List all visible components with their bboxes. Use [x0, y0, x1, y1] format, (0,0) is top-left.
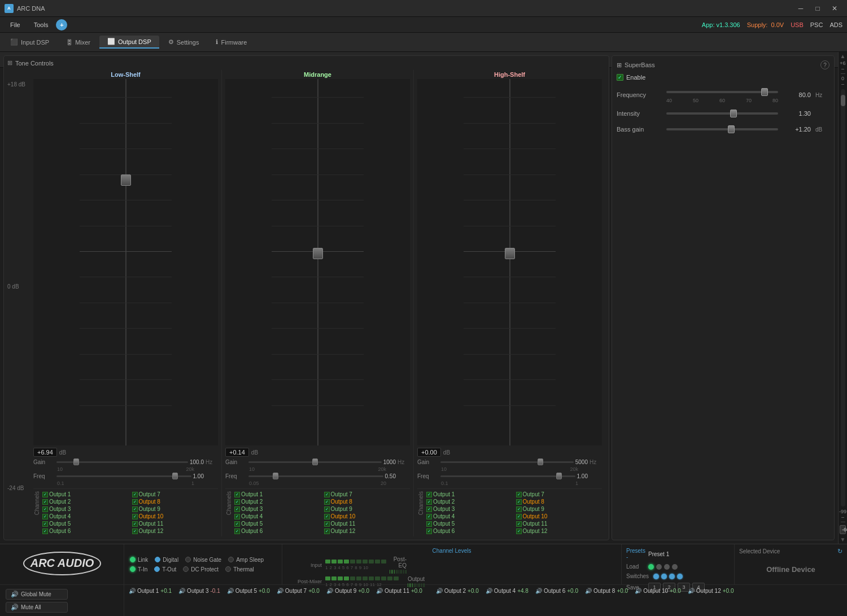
- ind-dc-protect[interactable]: DC Protect: [183, 566, 219, 573]
- ch-out9-check[interactable]: ✓: [132, 506, 138, 512]
- high-shelf-slope-slider[interactable]: [440, 475, 575, 477]
- midrange-freq-slider[interactable]: [248, 461, 382, 463]
- ch-out7[interactable]: ✓Output 7: [132, 491, 219, 497]
- superbass-bass-gain-track[interactable]: [666, 128, 778, 130]
- output-item-10[interactable]: 🔊 Output 10 +0.0: [635, 587, 681, 594]
- output-item-12[interactable]: 🔊 Output 12 +0.0: [688, 587, 734, 594]
- h-ch-out4-check[interactable]: ✓: [426, 514, 432, 519]
- tab-output-dsp[interactable]: ⬜ Output DSP: [99, 36, 159, 49]
- superbass-freq-thumb[interactable]: [761, 88, 768, 96]
- scroll-down-arrow[interactable]: ▼: [840, 536, 846, 543]
- ind-t-in[interactable]: T-In: [130, 566, 147, 573]
- h-ch-out5-check[interactable]: ✓: [426, 521, 432, 527]
- minimize-button[interactable]: ─: [793, 2, 809, 15]
- m-ch-out2-check[interactable]: ✓: [234, 499, 240, 505]
- midrange-knob[interactable]: [313, 248, 323, 259]
- superbass-freq-track[interactable]: [666, 91, 778, 93]
- ind-link[interactable]: Link: [130, 557, 148, 563]
- m-ch-out2[interactable]: ✓Output 2: [234, 499, 321, 505]
- ch-out5-check[interactable]: ✓: [42, 521, 48, 527]
- h-ch-out6-check[interactable]: ✓: [426, 528, 432, 534]
- ch-out12[interactable]: ✓Output 12: [132, 528, 219, 534]
- low-shelf-knob[interactable]: [121, 174, 131, 186]
- close-button[interactable]: ✕: [827, 2, 842, 15]
- ind-noise-gate[interactable]: Noise Gate: [185, 557, 221, 563]
- ch-out6[interactable]: ✓Output 6: [42, 528, 129, 534]
- scroll-track[interactable]: [841, 89, 845, 506]
- info-button[interactable]: +: [56, 19, 67, 30]
- high-shelf-slope-thumb[interactable]: [556, 473, 562, 479]
- h-ch-out6[interactable]: ✓Output 6: [426, 528, 513, 534]
- output-item-3[interactable]: 🔊 Output 3 -0.1: [178, 587, 220, 594]
- low-shelf-freq-slider[interactable]: [56, 461, 188, 463]
- output-item-6[interactable]: 🔊 Output 6 +0.0: [535, 587, 578, 594]
- ch-out1-check[interactable]: ✓: [42, 492, 48, 497]
- superbass-enable-checkbox[interactable]: ✓: [617, 74, 623, 81]
- ch-out4-check[interactable]: ✓: [42, 514, 48, 519]
- vertical-scrollbar[interactable]: ▲ +6 – 0 – -99 – -60.00 ▼: [838, 52, 847, 544]
- h-ch-out1[interactable]: ✓Output 1: [426, 491, 513, 497]
- ch-out8[interactable]: ✓Output 8: [132, 499, 219, 505]
- h-ch-out5[interactable]: ✓Output 5: [426, 521, 513, 527]
- m-ch-out9[interactable]: ✓Output 9: [324, 506, 411, 512]
- m-ch-out7-check[interactable]: ✓: [324, 492, 330, 497]
- output-item-9[interactable]: 🔊 Output 9 +0.0: [326, 587, 369, 594]
- ch-out12-check[interactable]: ✓: [132, 528, 138, 534]
- ind-t-out[interactable]: T-Out: [154, 566, 176, 573]
- menu-file[interactable]: File: [5, 20, 26, 29]
- m-ch-out12[interactable]: ✓Output 12: [324, 528, 411, 534]
- scroll-thumb[interactable]: [841, 95, 845, 106]
- ch-out8-check[interactable]: ✓: [132, 499, 138, 505]
- m-ch-out11[interactable]: ✓Output 11: [324, 521, 411, 527]
- h-ch-out9[interactable]: ✓Output 9: [516, 506, 602, 512]
- ch-out11[interactable]: ✓Output 11: [132, 521, 219, 527]
- output-item-5[interactable]: 🔊 Output 5 +0.0: [227, 587, 270, 594]
- ch-out1[interactable]: ✓Output 1: [42, 491, 129, 497]
- h-ch-out11-check[interactable]: ✓: [516, 521, 522, 527]
- output-item-4[interactable]: 🔊 Output 4 +4.8: [486, 587, 529, 594]
- ch-out3-check[interactable]: ✓: [42, 506, 48, 512]
- output-item-2[interactable]: 🔊 Output 2 +0.0: [436, 587, 479, 594]
- h-ch-out8[interactable]: ✓Output 8: [516, 499, 602, 505]
- m-ch-out10-check[interactable]: ✓: [324, 514, 330, 519]
- superbass-intensity-thumb[interactable]: [730, 110, 737, 117]
- h-ch-out11[interactable]: ✓Output 11: [516, 521, 602, 527]
- m-ch-out5-check[interactable]: ✓: [234, 521, 240, 527]
- m-ch-out12-check[interactable]: ✓: [324, 528, 330, 534]
- superbass-bass-gain-thumb[interactable]: [728, 125, 735, 133]
- output-item-8[interactable]: 🔊 Output 8 +0.0: [585, 587, 628, 594]
- scroll-up-arrow[interactable]: ▲: [840, 53, 846, 59]
- m-ch-out3-check[interactable]: ✓: [234, 506, 240, 512]
- m-ch-out3[interactable]: ✓Output 3: [234, 506, 321, 512]
- m-ch-out8-check[interactable]: ✓: [324, 499, 330, 505]
- midrange-slope-thumb[interactable]: [273, 473, 278, 479]
- m-ch-out4[interactable]: ✓Output 4: [234, 513, 321, 519]
- m-ch-out6[interactable]: ✓Output 6: [234, 528, 321, 534]
- h-ch-out2[interactable]: ✓Output 2: [426, 499, 513, 505]
- m-ch-out4-check[interactable]: ✓: [234, 514, 240, 519]
- midrange-freq-thumb[interactable]: [312, 458, 318, 465]
- global-mute-button[interactable]: 🔊 Global Mute: [6, 589, 68, 600]
- h-ch-out3[interactable]: ✓Output 3: [426, 506, 513, 512]
- ch-out9[interactable]: ✓Output 9: [132, 506, 219, 512]
- m-ch-out1-check[interactable]: ✓: [234, 492, 240, 497]
- h-ch-out12[interactable]: ✓Output 12: [516, 528, 602, 534]
- tab-input-dsp[interactable]: ⬛ Input DSP: [2, 36, 57, 48]
- mute-all-button[interactable]: 🔊 Mute All: [6, 602, 68, 613]
- ch-out2-check[interactable]: ✓: [42, 499, 48, 505]
- ind-amp-sleep[interactable]: Amp Sleep: [228, 557, 264, 563]
- m-ch-out9-check[interactable]: ✓: [324, 506, 330, 512]
- h-ch-out12-check[interactable]: ✓: [516, 528, 522, 534]
- ch-out4[interactable]: ✓Output 4: [42, 513, 129, 519]
- h-ch-out7-check[interactable]: ✓: [516, 492, 522, 497]
- low-shelf-freq-thumb[interactable]: [73, 458, 79, 465]
- ch-out6-check[interactable]: ✓: [42, 528, 48, 534]
- h-ch-out8-check[interactable]: ✓: [516, 499, 522, 505]
- ch-out10-check[interactable]: ✓: [132, 514, 138, 519]
- h-ch-out10[interactable]: ✓Output 10: [516, 513, 602, 519]
- high-shelf-freq-slider[interactable]: [440, 461, 574, 463]
- h-ch-out1-check[interactable]: ✓: [426, 492, 432, 497]
- output-item-1[interactable]: 🔊 Output 1 +0.1: [129, 587, 172, 594]
- high-shelf-freq-thumb[interactable]: [538, 458, 543, 465]
- midrange-slope-slider[interactable]: [248, 475, 383, 477]
